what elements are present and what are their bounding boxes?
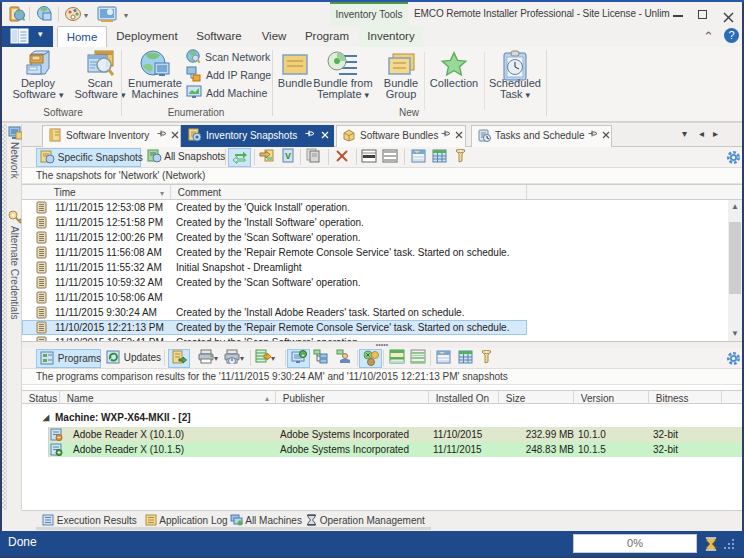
svg-text:V: V	[285, 151, 291, 161]
svg-text:+: +	[301, 352, 305, 358]
